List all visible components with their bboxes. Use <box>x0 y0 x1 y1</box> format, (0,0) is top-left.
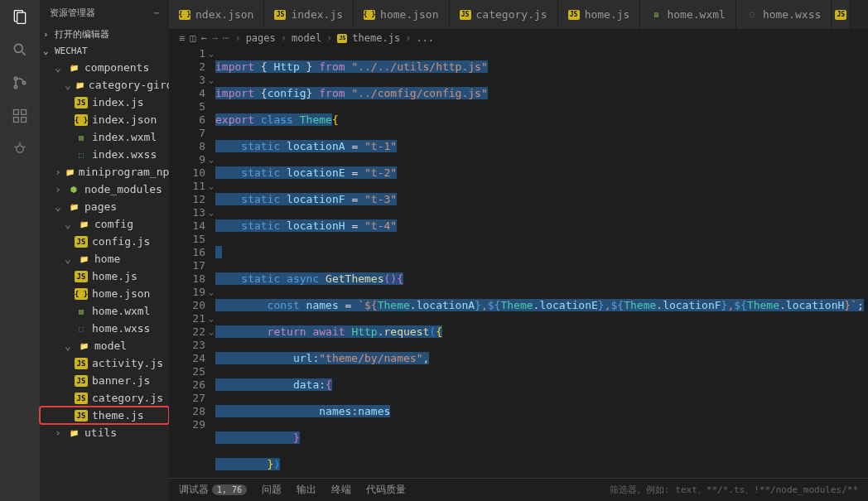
file-home-wxss[interactable]: ⬚home.wxss <box>40 320 169 337</box>
folder-comfig[interactable]: ⌄📁comfig <box>40 215 169 233</box>
file-index-wxml[interactable]: ▤index.wxml <box>40 128 169 146</box>
svg-point-11 <box>17 146 23 152</box>
tab-home-wxml[interactable]: ▤home.wxml <box>640 0 735 29</box>
folder-miniprogram-npm[interactable]: ›📁miniprogram_npm <box>40 163 169 181</box>
tab-overflow[interactable]: JS <box>832 0 851 29</box>
breadcrumb-file[interactable]: theme.js <box>352 32 400 44</box>
svg-rect-10 <box>22 118 27 123</box>
file-config-js[interactable]: JSconfig.js <box>40 233 169 250</box>
activity-bar <box>0 0 40 501</box>
svg-point-2 <box>14 44 22 52</box>
wxml-icon: ▤ <box>650 10 662 20</box>
editor-tabs: { }ndex.json JSindex.js { }home.json JSc… <box>169 0 868 29</box>
folder-pages[interactable]: ⌄📁pages <box>40 198 169 215</box>
wxml-icon: ▤ <box>75 306 88 317</box>
bookmark-icon[interactable]: ◫ <box>190 32 195 44</box>
filter-input[interactable]: 筛选器。例如: text、**/*.ts、!**/node_modules/** <box>610 484 858 496</box>
sidebar-header: 资源管理器 ⋯ <box>40 0 169 26</box>
wxss-icon: ⬚ <box>746 10 758 20</box>
utils-icon: 📁 <box>67 427 80 439</box>
forward-icon[interactable]: → <box>212 32 218 44</box>
file-activity-js[interactable]: JSactivity.js <box>40 354 169 372</box>
folder-category-gird[interactable]: ⌄📁category-gird <box>40 76 169 94</box>
wxml-icon: ▤ <box>75 132 88 143</box>
svg-rect-8 <box>22 110 27 115</box>
git-icon[interactable] <box>10 73 30 93</box>
project-section[interactable]: ⌄WECHAT <box>40 43 169 59</box>
svg-rect-7 <box>14 110 19 115</box>
breadcrumb: ≡ ◫ ← → ⋯ › pages› model› JS theme.js› .… <box>169 29 868 47</box>
explorer-title: 资源管理器 <box>50 7 95 19</box>
tab-home-json[interactable]: { }home.json <box>354 0 449 29</box>
code-editor[interactable]: 1⌄23⌄456789⌄1011⌄1213⌄141516171819⌄2021⌄… <box>169 47 868 478</box>
breadcrumb-pages[interactable]: pages <box>246 32 276 44</box>
folder-utils[interactable]: ›📁utils <box>40 424 169 441</box>
file-index-wxss[interactable]: ⬚index.wxss <box>40 146 169 163</box>
wxss-icon: ⬚ <box>75 323 88 335</box>
node-icon: ⬢ <box>67 184 80 195</box>
back-icon[interactable]: ← <box>200 32 206 44</box>
line-gutter: 1⌄23⌄456789⌄1011⌄1213⌄141516171819⌄2021⌄… <box>169 47 215 478</box>
list-icon[interactable]: ≡ <box>179 32 185 44</box>
file-home-json[interactable]: { }home.json <box>40 285 169 302</box>
file-theme-js[interactable]: JStheme.js <box>40 407 169 424</box>
panel-issues[interactable]: 问题 <box>262 483 282 497</box>
search-icon[interactable] <box>10 40 30 60</box>
panel-quality[interactable]: 代码质量 <box>366 483 406 497</box>
sidebar: 资源管理器 ⋯ ›打开的编辑器 ⌄WECHAT ⌄📁components ⌄📁c… <box>40 0 169 501</box>
tab-home-js[interactable]: JShome.js <box>558 0 641 29</box>
file-banner-js[interactable]: JSbanner.js <box>40 372 169 389</box>
file-index-json[interactable]: { }index.json <box>40 111 169 128</box>
svg-line-13 <box>14 147 17 148</box>
svg-rect-1 <box>17 12 26 23</box>
folder-node-modules[interactable]: ›⬢node_modules <box>40 181 169 198</box>
svg-point-4 <box>14 77 17 79</box>
file-category-js[interactable]: JScategory.js <box>40 389 169 407</box>
tab-index-js[interactable]: JSindex.js <box>264 0 354 29</box>
code-content[interactable]: import { Http } from "../../utils/http.j… <box>215 47 868 478</box>
svg-point-5 <box>14 85 17 88</box>
wxss-icon: ⬚ <box>75 149 88 161</box>
file-home-js[interactable]: JShome.js <box>40 267 169 285</box>
folder-model[interactable]: ⌄📁model <box>40 337 169 354</box>
explorer-icon[interactable] <box>10 7 30 26</box>
more-icon[interactable]: ⋯ <box>153 7 159 18</box>
main-editor-area: { }ndex.json JSindex.js { }home.json JSc… <box>169 0 868 501</box>
open-editors-section[interactable]: ›打开的编辑器 <box>40 26 169 43</box>
tab-ndex-json[interactable]: { }ndex.json <box>169 0 264 29</box>
svg-line-3 <box>22 52 26 55</box>
svg-point-6 <box>22 81 25 84</box>
bottom-panel: 调试器1, 76 问题 输出 终端 代码质量 筛选器。例如: text、**/*… <box>169 478 868 501</box>
breadcrumb-model[interactable]: model <box>292 32 321 44</box>
panel-debugger[interactable]: 调试器1, 76 <box>179 483 247 497</box>
breadcrumb-more[interactable]: ... <box>416 32 434 44</box>
tab-home-wxss[interactable]: ⬚home.wxss <box>736 0 832 29</box>
folder-home[interactable]: ⌄📁home <box>40 250 169 267</box>
extensions-icon[interactable] <box>10 106 30 126</box>
file-index-js[interactable]: JSindex.js <box>40 94 169 111</box>
svg-line-14 <box>23 147 25 148</box>
panel-terminal[interactable]: 终端 <box>331 483 351 497</box>
panel-output[interactable]: 输出 <box>297 483 316 497</box>
debug-icon[interactable] <box>10 139 30 159</box>
svg-rect-9 <box>14 118 19 123</box>
tab-category-js[interactable]: JScategory.js <box>450 0 558 29</box>
folder-components[interactable]: ⌄📁components <box>40 59 169 76</box>
file-home-wxml[interactable]: ▤home.wxml <box>40 302 169 320</box>
